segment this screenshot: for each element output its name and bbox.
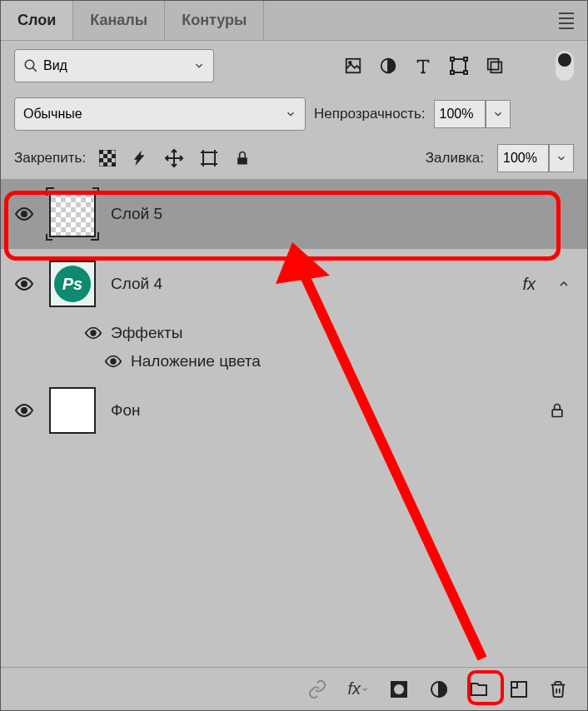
svg-rect-11	[491, 62, 501, 72]
chevron-up-icon[interactable]	[557, 277, 571, 291]
svg-point-30	[22, 281, 27, 286]
fill-input[interactable]	[497, 144, 549, 172]
lock-toolbar: Закрепить: Заливка:	[1, 137, 587, 179]
svg-rect-6	[451, 57, 454, 61]
fx-indicator[interactable]: fx	[522, 275, 536, 294]
effects-label: Эффекты	[111, 324, 182, 342]
lock-image-icon[interactable]	[131, 149, 149, 167]
svg-rect-9	[464, 71, 467, 74]
filter-adjustment-icon[interactable]	[379, 57, 397, 75]
tab-paths[interactable]: Контуры	[165, 1, 264, 40]
filter-toolbar: Вид	[1, 41, 587, 91]
visibility-toggle[interactable]	[14, 274, 34, 294]
opacity-input[interactable]	[434, 100, 486, 128]
svg-point-0	[25, 60, 34, 69]
svg-rect-7	[464, 57, 467, 61]
svg-rect-34	[552, 410, 562, 416]
blend-mode-value: Обычные	[23, 107, 82, 122]
fill-label: Заливка:	[426, 150, 484, 167]
adjustment-layer-icon[interactable]	[429, 679, 449, 699]
chevron-down-icon	[193, 60, 205, 72]
kind-label: Вид	[43, 58, 67, 73]
svg-point-29	[22, 211, 27, 216]
filter-toggle[interactable]	[556, 51, 574, 81]
layer-name[interactable]: Слой 4	[111, 275, 162, 293]
filter-image-icon[interactable]	[344, 57, 362, 75]
filter-smartobject-icon[interactable]	[486, 57, 504, 75]
filter-icons	[344, 56, 504, 76]
opacity-dropdown-button[interactable]	[486, 100, 511, 128]
panel-tabs: Слои Каналы Контуры	[1, 1, 587, 41]
blend-mode-select[interactable]: Обычные	[14, 97, 306, 131]
svg-point-32	[111, 359, 116, 364]
effect-item[interactable]: Наложение цвета	[84, 347, 587, 375]
search-icon	[23, 58, 38, 73]
layer-mask-icon[interactable]	[389, 679, 409, 699]
panel-menu-icon[interactable]	[559, 12, 574, 29]
lock-artboard-icon[interactable]	[199, 148, 219, 168]
filter-shape-icon[interactable]	[449, 56, 469, 76]
effect-name: Наложение цвета	[131, 352, 261, 370]
svg-rect-16	[112, 154, 116, 158]
visibility-toggle[interactable]	[14, 204, 34, 224]
group-icon[interactable]	[469, 679, 489, 699]
svg-rect-17	[99, 158, 103, 162]
layer-name[interactable]: Фон	[111, 401, 141, 420]
svg-rect-8	[451, 71, 454, 74]
layer-style-icon[interactable]: fx	[347, 679, 369, 699]
new-layer-icon[interactable]	[509, 679, 529, 699]
layer-thumbnail[interactable]	[49, 191, 96, 237]
layer-name[interactable]: Слой 5	[111, 205, 162, 223]
effects-header[interactable]: Эффекты	[84, 319, 587, 347]
tab-layers[interactable]: Слои	[1, 1, 73, 40]
lock-position-icon[interactable]	[164, 148, 184, 168]
filter-type-icon[interactable]	[414, 57, 432, 75]
layer-row-background[interactable]: Фон	[1, 375, 587, 445]
svg-point-3	[349, 62, 351, 64]
svg-rect-14	[107, 150, 112, 154]
layer-list: Слой 5 Ps Слой 4 fx Эффекты Наложение цв…	[1, 179, 587, 445]
layer-row[interactable]: Ps Слой 4 fx	[1, 249, 587, 319]
layer-effects: Эффекты Наложение цвета	[1, 319, 587, 375]
lock-label: Закрепить:	[14, 150, 86, 167]
layer-thumbnail[interactable]: Ps	[49, 261, 96, 307]
delete-layer-icon[interactable]	[549, 680, 567, 699]
chevron-down-icon	[285, 108, 296, 120]
visibility-toggle[interactable]	[14, 400, 34, 420]
svg-rect-18	[107, 158, 112, 162]
fill-input-group	[497, 144, 574, 172]
link-layers-icon[interactable]	[307, 679, 327, 699]
layer-thumbnail[interactable]	[49, 387, 96, 434]
opacity-input-group	[434, 100, 511, 128]
svg-point-31	[91, 331, 96, 336]
bottom-toolbar: fx	[1, 667, 587, 710]
lock-icon[interactable]	[549, 402, 566, 419]
fill-dropdown-button[interactable]	[549, 144, 574, 172]
blend-toolbar: Обычные Непрозрачность:	[1, 91, 587, 137]
opacity-label: Непрозрачность:	[314, 106, 426, 122]
lock-all-icon[interactable]	[234, 150, 251, 167]
lock-transparency-icon[interactable]	[99, 150, 116, 167]
svg-rect-23	[203, 152, 215, 164]
svg-line-1	[32, 67, 37, 72]
svg-rect-20	[112, 162, 116, 167]
svg-rect-13	[99, 150, 103, 154]
svg-point-33	[22, 408, 27, 413]
layer-row-selected[interactable]: Слой 5	[1, 179, 587, 249]
svg-rect-15	[103, 154, 107, 158]
svg-rect-28	[237, 157, 247, 164]
svg-rect-19	[103, 162, 107, 167]
svg-rect-10	[488, 59, 499, 70]
tab-channels[interactable]: Каналы	[73, 1, 165, 40]
kind-select[interactable]: Вид	[14, 49, 214, 82]
svg-point-36	[394, 684, 404, 694]
